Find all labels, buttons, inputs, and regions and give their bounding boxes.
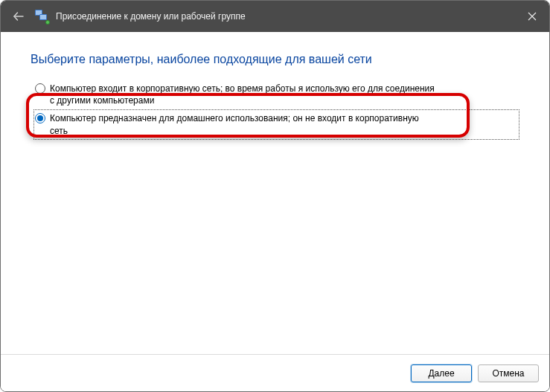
- window-title: Присоединение к домену или рабочей групп…: [56, 11, 246, 22]
- back-button[interactable]: [10, 7, 28, 25]
- option-home[interactable]: Компьютер предназначен для домашнего исп…: [33, 109, 519, 139]
- page-heading: Выберите параметры, наиболее подходящие …: [31, 53, 519, 66]
- close-button[interactable]: [515, 1, 549, 32]
- option-corporate[interactable]: Компьютер входит в корпоративную сеть; в…: [33, 80, 519, 109]
- options-group: Компьютер входит в корпоративную сеть; в…: [33, 80, 519, 140]
- next-button[interactable]: Далее: [411, 364, 472, 382]
- radio-icon: [35, 113, 45, 123]
- cancel-button[interactable]: Отмена: [478, 364, 539, 382]
- wizard-body: Выберите параметры, наиболее подходящие …: [1, 32, 549, 354]
- option-label: Компьютер предназначен для домашнего исп…: [50, 112, 437, 136]
- option-label: Компьютер входит в корпоративную сеть; в…: [50, 83, 437, 106]
- wizard-window: Присоединение к домену или рабочей групп…: [0, 0, 550, 392]
- network-wizard-icon: [35, 10, 48, 23]
- titlebar: Присоединение к домену или рабочей групп…: [1, 1, 549, 32]
- radio-icon: [35, 83, 45, 94]
- wizard-footer: Далее Отмена: [1, 354, 549, 391]
